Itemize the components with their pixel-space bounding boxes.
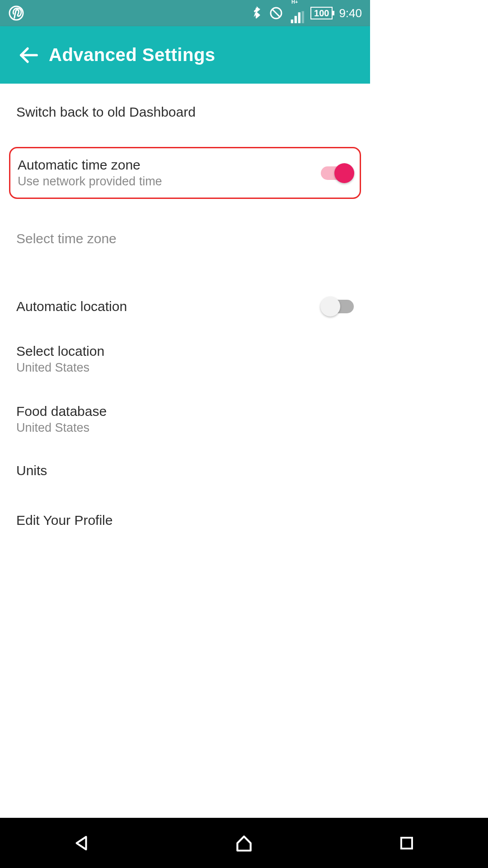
- row-title: Switch back to old Dashboard: [16, 104, 196, 120]
- row-title: Food database: [16, 404, 107, 419]
- row-title: Edit Your Profile: [16, 513, 113, 528]
- row-title: Select location: [16, 344, 104, 359]
- status-bar: H+ 100 9:40: [0, 0, 370, 26]
- status-left: [8, 5, 24, 21]
- page-title: Advanced Settings: [49, 45, 216, 65]
- pinterest-icon: [8, 5, 24, 21]
- back-button[interactable]: [8, 45, 49, 65]
- row-automatic-location[interactable]: Automatic location: [0, 276, 370, 326]
- toggle-automatic-time-zone[interactable]: [321, 166, 352, 180]
- row-subtitle: Use network provided time: [18, 175, 162, 189]
- row-select-time-zone: Select time zone: [0, 212, 370, 262]
- row-automatic-time-zone[interactable]: Automatic time zone Use network provided…: [9, 147, 361, 199]
- row-subtitle: United States: [16, 361, 104, 375]
- battery-level: 100: [314, 8, 329, 19]
- row-title: Select time zone: [16, 231, 117, 246]
- bluetooth-icon: [251, 6, 263, 20]
- row-edit-profile[interactable]: Edit Your Profile: [0, 495, 370, 545]
- do-not-disturb-icon: [269, 6, 283, 20]
- clock: 9:40: [339, 6, 362, 20]
- status-right: H+ 100 9:40: [251, 3, 362, 24]
- row-subtitle: United States: [16, 421, 107, 435]
- toggle-automatic-location[interactable]: [322, 300, 354, 313]
- row-units[interactable]: Units: [0, 446, 370, 495]
- app-toolbar: Advanced Settings: [0, 26, 370, 84]
- battery-indicator: 100: [310, 7, 333, 19]
- row-title: Automatic location: [16, 299, 127, 314]
- network-type-label: H+: [291, 0, 298, 5]
- row-title: Automatic time zone: [18, 157, 162, 173]
- row-switch-dashboard[interactable]: Switch back to old Dashboard: [0, 84, 370, 133]
- row-title: Units: [16, 463, 47, 478]
- settings-list: Switch back to old Dashboard Automatic t…: [0, 84, 370, 545]
- svg-line-2: [272, 9, 280, 17]
- row-select-location[interactable]: Select location United States: [0, 326, 370, 386]
- signal-icon: H+: [290, 3, 304, 24]
- row-food-database[interactable]: Food database United States: [0, 386, 370, 446]
